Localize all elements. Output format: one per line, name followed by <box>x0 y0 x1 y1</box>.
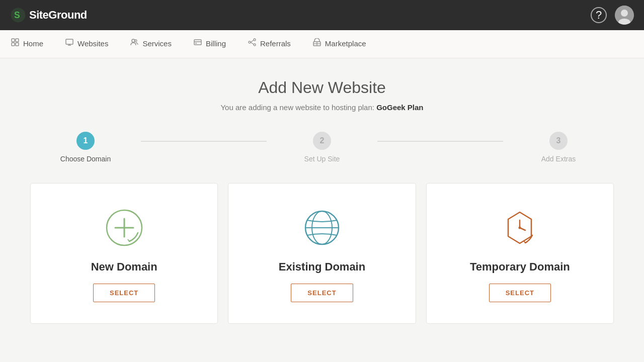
steps-container: 1 Choose Domain 2 Set Up Site 3 Add Extr… <box>30 132 614 163</box>
existing-domain-icon <box>299 205 345 250</box>
step-connector-2 <box>377 141 503 142</box>
step-circle-2: 2 <box>313 132 331 150</box>
logo[interactable]: S SiteGround <box>10 7 87 23</box>
new-domain-title: New Domain <box>91 260 157 274</box>
new-domain-select-button[interactable]: SELECT <box>93 284 155 302</box>
nav-item-services[interactable]: Services <box>119 30 183 58</box>
svg-line-21 <box>251 42 254 44</box>
topbar: S SiteGround ? <box>0 0 644 30</box>
svg-point-33 <box>519 226 521 229</box>
avatar[interactable] <box>615 6 634 25</box>
step-connector-1 <box>141 141 267 142</box>
nav-item-billing[interactable]: Billing <box>183 30 237 58</box>
nav-websites-label: Websites <box>77 39 108 48</box>
step-label-3: Add Extras <box>541 155 576 163</box>
main-content: Add New Website You are adding a new web… <box>20 58 624 344</box>
svg-rect-14 <box>194 40 201 45</box>
temporary-domain-select-button[interactable]: SELECT <box>489 284 551 302</box>
topbar-right: ? <box>591 6 634 25</box>
nav-referrals-label: Referrals <box>260 39 291 48</box>
svg-rect-9 <box>66 39 73 44</box>
monitor-icon <box>65 38 73 48</box>
svg-point-13 <box>135 40 137 42</box>
svg-point-18 <box>254 44 256 46</box>
temporary-domain-title: Temporary Domain <box>470 260 570 274</box>
nav-item-home[interactable]: Home <box>0 30 54 58</box>
svg-rect-6 <box>16 39 19 42</box>
step-3: 3 Add Extras <box>503 132 614 163</box>
svg-line-20 <box>251 40 254 42</box>
existing-domain-select-button[interactable]: SELECT <box>291 284 353 302</box>
logo-text: SiteGround <box>29 9 87 22</box>
step-circle-3: 3 <box>549 132 568 150</box>
new-domain-icon <box>102 205 147 250</box>
card-new-domain: New Domain SELECT <box>30 183 218 324</box>
existing-domain-title: Existing Domain <box>279 260 365 274</box>
svg-text:S: S <box>14 10 20 20</box>
nav-services-label: Services <box>142 39 172 48</box>
store-icon <box>313 38 321 48</box>
svg-point-17 <box>254 39 256 41</box>
nav-billing-label: Billing <box>206 39 226 48</box>
svg-point-3 <box>621 10 628 17</box>
svg-rect-7 <box>12 43 15 46</box>
svg-rect-8 <box>16 43 19 46</box>
nav-item-websites[interactable]: Websites <box>54 30 119 58</box>
card-icon <box>194 38 202 48</box>
share-icon <box>248 38 256 48</box>
step-2: 2 Set Up Site <box>267 132 377 163</box>
svg-point-12 <box>132 39 135 42</box>
step-label-2: Set Up Site <box>304 155 340 163</box>
cards-container: New Domain SELECT Existing Domain SELECT <box>30 183 614 324</box>
nav-item-referrals[interactable]: Referrals <box>237 30 302 58</box>
card-existing-domain: Existing Domain SELECT <box>228 183 416 324</box>
people-icon <box>130 38 138 48</box>
svg-rect-5 <box>12 39 15 42</box>
svg-point-19 <box>249 41 251 43</box>
grid-icon <box>11 38 19 48</box>
secondary-nav: Home Websites Services <box>0 30 644 58</box>
step-circle-1: 1 <box>76 132 95 150</box>
nav-home-label: Home <box>23 39 43 48</box>
page-subtitle: You are adding a new website to hosting … <box>30 103 614 112</box>
card-temporary-domain: Temporary Domain SELECT <box>426 183 614 324</box>
help-icon[interactable]: ? <box>591 7 607 23</box>
temporary-domain-icon <box>497 205 542 250</box>
nav-item-marketplace[interactable]: Marketplace <box>302 30 377 58</box>
step-label-1: Choose Domain <box>60 155 111 163</box>
page-title: Add New Website <box>30 78 614 97</box>
nav-marketplace-label: Marketplace <box>325 39 366 48</box>
step-1: 1 Choose Domain <box>30 132 141 163</box>
